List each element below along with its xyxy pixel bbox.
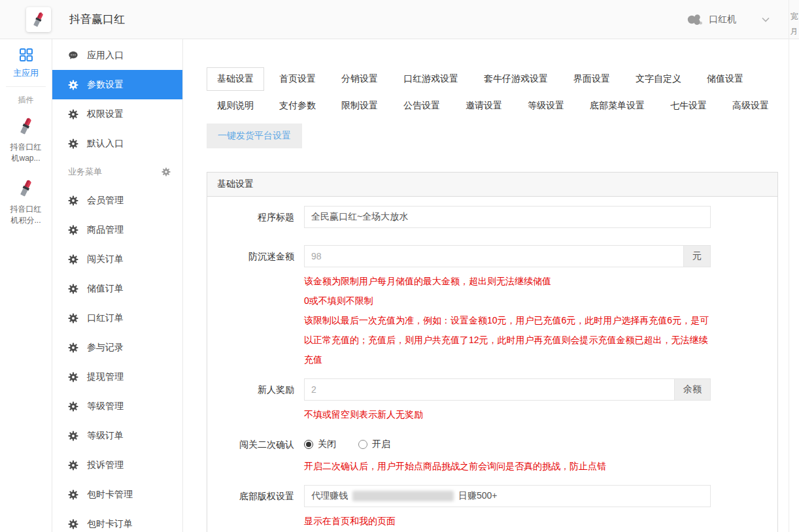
redacted-blur-block — [352, 491, 454, 501]
copyright-input[interactable]: 代理赚钱 日赚500+ — [304, 485, 711, 507]
sidebar-item-app-entry[interactable]: 应用入口 — [52, 41, 182, 70]
header-dropdown-toggle[interactable] — [751, 0, 781, 39]
newcomer-reward-help: 不填或留空则表示新人无奖励 — [304, 405, 711, 424]
sidebar-item-timecard-management[interactable]: 包时卡管理 — [52, 480, 182, 509]
sidebar-item-permission-settings[interactable]: 权限设置 — [52, 99, 182, 129]
newcomer-reward-input[interactable] — [305, 379, 674, 400]
radio-option-label: 开启 — [372, 439, 390, 450]
grid-icon — [19, 48, 33, 62]
tab-announcement-settings[interactable]: 公告设置 — [393, 94, 450, 118]
tab-basic-settings[interactable]: 基础设置 — [207, 67, 264, 91]
sidebar-item-label: 包时卡管理 — [87, 489, 133, 501]
menu-settings-gear-icon[interactable] — [162, 167, 171, 176]
anti-addiction-help-1: 该金额为限制用户每月储值的最大金额，超出则无法继续储值 — [304, 271, 711, 291]
anti-addiction-control: 元 该金额为限制用户每月储值的最大金额，超出则无法继续储值 0或不填则不限制 该… — [304, 245, 711, 369]
tab-rules-description[interactable]: 规则说明 — [207, 94, 264, 118]
sidebar-item-level-management[interactable]: 等级管理 — [52, 391, 182, 421]
app-cluster-icon — [686, 13, 703, 26]
gear-icon — [68, 313, 78, 324]
sidebar-item-lipstick-orders[interactable]: 口红订单 — [52, 303, 182, 333]
copyright-label: 底部版权设置 — [207, 485, 304, 531]
gear-icon — [68, 225, 78, 235]
newcomer-reward-unit-suffix: 余额 — [674, 379, 710, 400]
sidebar-item-timecard-orders[interactable]: 包时卡订单 — [52, 509, 182, 532]
current-app-switcher[interactable]: 口红机 — [686, 13, 736, 26]
tab-bull-catch-game-settings[interactable]: 套牛仔游戏设置 — [473, 67, 558, 91]
gear-icon — [68, 460, 78, 471]
right-drawer-handle[interactable]: 宽 月 — [789, 0, 799, 532]
tab-home-settings[interactable]: 首页设置 — [269, 67, 326, 91]
form-row-newcomer-reward: 新人奖励 余额 不填或留空则表示新人无奖励 — [207, 378, 777, 424]
sidebar-item-label: 会员管理 — [87, 195, 124, 207]
tab-lipstick-game-settings[interactable]: 口红游戏设置 — [393, 67, 469, 91]
gear-icon — [68, 80, 78, 90]
sidebar-item-label: 口红订单 — [87, 312, 124, 324]
sidebar-item-recharge-orders[interactable]: 储值订单 — [52, 274, 182, 303]
sidebar-item-label: 等级订单 — [87, 430, 124, 442]
tab-invitation-settings[interactable]: 邀请设置 — [455, 94, 513, 118]
anti-addiction-input[interactable] — [305, 246, 683, 267]
tab-bottom-menu-settings[interactable]: 底部菜单设置 — [579, 94, 655, 118]
sidebar: 应用入口 参数设置 权限设置 默认入口 业务菜单 会员管理 商品管理 闯关 — [52, 39, 183, 532]
sidebar-item-label: 权限设置 — [87, 108, 124, 120]
newcomer-reward-label: 新人奖励 — [207, 378, 304, 424]
form-row-copyright: 底部版权设置 代理赚钱 日赚500+ 显示在首页和我的页面 — [207, 485, 777, 531]
sidebar-item-label: 闯关订单 — [87, 254, 124, 265]
main-content: 基础设置 首页设置 分销设置 口红游戏设置 套牛仔游戏设置 界面设置 文字自定义… — [183, 39, 789, 532]
drawer-char: 月 — [789, 24, 799, 39]
top-header: 抖音赢口红 口红机 — [0, 0, 799, 39]
radio-option-off[interactable]: 关闭 — [304, 439, 336, 450]
tab-limit-settings[interactable]: 限制设置 — [331, 94, 388, 118]
lipstick-plugin-icon — [15, 115, 37, 137]
tab-advanced-settings[interactable]: 高级设置 — [722, 94, 779, 118]
anti-addiction-input-wrap: 元 — [304, 245, 711, 267]
sidebar-item-label: 提现管理 — [87, 371, 124, 383]
gear-icon — [68, 195, 78, 206]
program-title-control — [304, 206, 711, 228]
tab-text-customization[interactable]: 文字自定义 — [625, 67, 692, 91]
sidebar-item-withdrawal-management[interactable]: 提现管理 — [52, 362, 182, 391]
program-title-input-wrap — [304, 206, 711, 228]
form-row-program-title: 程序标题 — [207, 206, 777, 228]
panel-body: 程序标题 防沉迷金额 元 该金额为限制用户 — [207, 197, 777, 532]
sidebar-item-challenge-orders[interactable]: 闯关订单 — [52, 244, 182, 274]
copyright-control: 代理赚钱 日赚500+ 显示在首页和我的页面 — [304, 485, 711, 531]
rail-item-plugin-points[interactable]: 抖音口红 机积分... — [0, 170, 52, 232]
gear-icon — [68, 490, 78, 500]
sidebar-item-complaint-management[interactable]: 投诉管理 — [52, 450, 182, 480]
sidebar-item-default-entry[interactable]: 默认入口 — [52, 129, 182, 158]
gear-icon — [68, 109, 78, 120]
chat-icon — [68, 50, 78, 61]
tab-level-settings[interactable]: 等级设置 — [517, 94, 575, 118]
sidebar-item-label: 储值订单 — [87, 283, 124, 295]
sidebar-item-participation-records[interactable]: 参与记录 — [52, 333, 182, 362]
form-row-challenge-confirm: 闯关二次确认 关闭 开启 开启二次确认后，用户开始 — [207, 433, 777, 476]
gear-icon — [68, 401, 78, 412]
business-menu-section: 业务菜单 — [52, 158, 182, 186]
business-menu-label: 业务菜单 — [68, 166, 102, 178]
rail-item-plugin-wap[interactable]: 抖音口红 机wap... — [0, 108, 52, 170]
plugin-name-line: 机wap... — [1, 153, 50, 164]
newcomer-reward-control: 余额 不填或留空则表示新人无奖励 — [304, 378, 711, 424]
copyright-value-suffix: 日赚500+ — [458, 490, 498, 502]
drawer-char: 宽 — [789, 9, 799, 24]
sidebar-item-member-management[interactable]: 会员管理 — [52, 186, 182, 215]
sidebar-item-product-management[interactable]: 商品管理 — [52, 215, 182, 244]
rail-item-main-app[interactable]: 主应用 — [0, 39, 52, 86]
sidebar-item-parameter-settings[interactable]: 参数设置 — [52, 70, 182, 99]
tab-recharge-settings[interactable]: 储值设置 — [696, 67, 754, 91]
gear-icon — [68, 342, 78, 353]
app-window: 抖音赢口红 口红机 宽 月 主应用 插件 抖音口红 机wap... — [0, 0, 799, 532]
tab-interface-settings[interactable]: 界面设置 — [563, 67, 620, 91]
radio-unchecked-icon — [358, 440, 367, 449]
sidebar-item-label: 默认入口 — [87, 138, 124, 150]
tab-one-click-shipping-settings[interactable]: 一键发货平台设置 — [207, 124, 302, 148]
tab-qiniu-settings[interactable]: 七牛设置 — [660, 94, 717, 118]
tab-payment-params[interactable]: 支付参数 — [269, 94, 326, 118]
sidebar-item-level-orders[interactable]: 等级订单 — [52, 421, 182, 450]
tab-distribution-settings[interactable]: 分销设置 — [331, 67, 388, 91]
program-title-input[interactable] — [305, 207, 710, 227]
radio-option-on[interactable]: 开启 — [358, 439, 390, 450]
tabs-row-1: 基础设置 首页设置 分销设置 口红游戏设置 套牛仔游戏设置 界面设置 文字自定义… — [207, 67, 778, 91]
gear-icon — [68, 431, 78, 441]
